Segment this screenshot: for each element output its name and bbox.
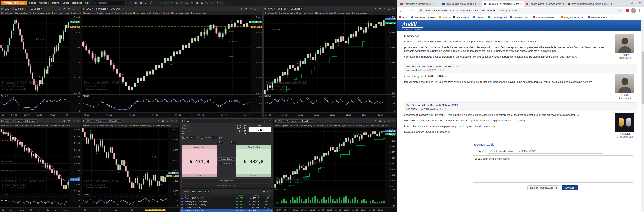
indicator-toggle[interactable]: Heikin-Ashi xyxy=(2,12,13,14)
address-bar[interactable]: andlil.com/forum/file-cac-40-du-mercredi… xyxy=(417,8,624,13)
menu-aide[interactable]: Aide xyxy=(84,1,91,5)
post-author-link[interactable]: niki44 xyxy=(410,69,417,71)
settings-icon[interactable]: ⚙ xyxy=(166,120,169,122)
indicator-toggle[interactable]: Heikin-Ashi xyxy=(2,124,13,127)
qty-input[interactable] xyxy=(248,127,271,132)
refresh-icon[interactable]: ↻ xyxy=(270,190,272,193)
bookmark-item[interactable]: Bienvenue | LinkedIn xyxy=(411,16,436,19)
bookmark-item[interactable]: LSA commerce et c... xyxy=(533,16,558,19)
info-icon[interactable]: ⓘ xyxy=(442,107,444,110)
list-icon[interactable]: ≡ xyxy=(128,1,133,5)
indicators-icon[interactable]: ƒ xyxy=(374,7,377,10)
screenshot-icon[interactable]: ▣ xyxy=(378,7,382,10)
browser-tab[interactable]: File scalping et day trading du lu✕ xyxy=(440,1,482,7)
stop-distance-input[interactable] xyxy=(189,136,195,139)
symbol-select[interactable]: CAC▾ xyxy=(85,119,94,123)
close-icon[interactable]: ✕ xyxy=(258,7,262,10)
browser-tab[interactable]: File cac 40 du Mercredi 02 Mars✕ xyxy=(482,1,524,7)
units-select[interactable]: 50 unités▾ xyxy=(108,119,122,123)
andlil-logo[interactable]: Andlil TRADER INSIDE xyxy=(402,21,423,30)
scrollbar[interactable] xyxy=(641,20,644,212)
symbol-select[interactable]: PXI▾ xyxy=(277,119,285,123)
close-icon[interactable]: ✕ xyxy=(76,7,80,10)
units-select[interactable]: 100 unités▾ xyxy=(110,7,125,10)
units-select[interactable]: 50 unités▾ xyxy=(300,119,313,123)
timeframe-select[interactable]: 5 minutes▾ xyxy=(95,7,109,10)
maximize-icon[interactable]: □ xyxy=(72,7,75,10)
indicator-toggle[interactable]: Points pivots (J) xyxy=(352,12,368,14)
column-header-var[interactable]: %Var xyxy=(232,194,243,196)
timeframe-select[interactable]: 1 heure▾ xyxy=(95,119,107,123)
bookmarks-overflow-icon[interactable]: » xyxy=(610,16,612,19)
indicator-toggle[interactable]: Points pivots (5) xyxy=(15,12,31,14)
price-chart[interactable]: France 40 (10€) (MAR-22)Indices - Europe… xyxy=(82,128,179,193)
tab-close-icon[interactable]: ✕ xyxy=(520,3,522,5)
search-box[interactable] xyxy=(93,1,126,5)
watchlist-row[interactable]: France 40 Cash (1€)+0,75%6 432,3+48,1 xyxy=(180,197,273,200)
editor-preview-button[interactable]: Éditeur complet & Aperçu xyxy=(528,185,560,190)
flag-icon[interactable]: ⚑ xyxy=(169,1,174,5)
close-icon[interactable]: ✕ xyxy=(174,120,178,122)
tab-close-icon[interactable]: ✕ xyxy=(562,3,564,5)
stop-level-stepper[interactable]: 0▴▾ xyxy=(217,141,223,144)
indicator-toggle[interactable]: Plus Haut (4h, Pré) xyxy=(314,124,332,127)
info-icon[interactable]: ⓘ xyxy=(440,69,442,71)
indicator-toggle[interactable]: Points pivots (4h) xyxy=(153,124,170,127)
settings-icon[interactable]: ⚙ xyxy=(266,190,268,193)
crosshair-icon[interactable]: ⊕ xyxy=(144,1,148,5)
settings-icon[interactable]: ⚙ xyxy=(67,120,71,122)
timeframe-select[interactable]: 1 minute▾ xyxy=(286,119,299,123)
bookmark-item[interactable]: Ricoh xyxy=(399,16,408,19)
screenshot-icon[interactable]: ▣ xyxy=(244,7,248,10)
post-author-link[interactable]: X@vi3r xyxy=(410,108,418,110)
browser-tab[interactable]: Plateforme de trading IG | CFD✕ xyxy=(398,1,440,7)
maximize-icon[interactable]: □ xyxy=(387,7,391,10)
maximize-icon[interactable]: □ xyxy=(628,0,636,6)
close-icon[interactable]: ✕ xyxy=(392,120,395,122)
indicator-toggle[interactable]: Plus Bas (5, Pré) xyxy=(115,12,132,14)
limit-level-stepper[interactable]: 0▴▾ xyxy=(230,141,236,144)
screenshot-icon[interactable]: ▣ xyxy=(62,120,66,122)
help-icon[interactable]: ? xyxy=(220,1,225,5)
menu-objets[interactable]: Objets xyxy=(61,1,70,5)
search-input[interactable] xyxy=(97,2,122,4)
extension-icon[interactable] xyxy=(626,9,629,12)
close-icon[interactable]: ✕ xyxy=(636,0,644,6)
indicator-toggle[interactable]: Heikin-Ashi xyxy=(265,12,277,14)
browser-tab[interactable]: Breaking International News & ...✕ xyxy=(566,1,608,7)
indicator-toggle[interactable]: Heikin-Ashi xyxy=(83,124,95,127)
indicator-toggle[interactable]: Plus Haut (5, Pré) xyxy=(133,12,151,14)
units-select[interactable]: 50 unités▾ xyxy=(290,7,303,10)
column-header-var[interactable]: Var xyxy=(259,194,272,196)
send-button[interactable]: Envoyer xyxy=(562,185,578,190)
indicators-icon[interactable]: ƒ xyxy=(156,120,160,122)
bookmark-item[interactable]: Siècle Digital xyxy=(453,16,470,19)
username-link[interactable]: X@vi3r xyxy=(622,133,630,135)
bookmark-item[interactable]: Business Crunch xyxy=(510,16,530,19)
timeframe-select[interactable]: 1 jour▾ xyxy=(13,119,24,123)
indicators-icon[interactable]: ƒ xyxy=(58,120,62,122)
indicator-toggle[interactable]: Plus Bas (J, Pré) xyxy=(353,124,369,127)
indicator-toggle[interactable]: Plus Haut (5, Pré) xyxy=(315,12,333,14)
limit-distance-input[interactable] xyxy=(212,136,218,139)
fibonacci-icon[interactable]: ≈ xyxy=(159,1,164,5)
horizontal-line-icon[interactable]: ─ xyxy=(154,1,158,5)
tab-close-icon[interactable]: ✕ xyxy=(479,3,480,5)
watchlist-row[interactable]: Wall Street Cash (1€)+0,39%33 640,4+129,… xyxy=(180,209,273,212)
buy-button[interactable]: Acheter 0,5 6 432,8 + S 10 xyxy=(236,145,271,177)
bookmark-item[interactable]: ooh-tv.fr xyxy=(439,16,450,19)
menu-fichier[interactable]: Fichier xyxy=(28,1,38,5)
indicator-toggle[interactable]: Points pivots (5) xyxy=(97,124,113,127)
alert-icon[interactable]: ⚠ xyxy=(174,1,179,5)
indicator-toggle[interactable]: Plus Haut (5, Pré) xyxy=(133,124,151,127)
username-link[interactable]: niki44 xyxy=(623,53,630,56)
bookmark-item[interactable]: L'Usine Digitale xyxy=(488,16,506,19)
new-tab-button[interactable]: + xyxy=(609,1,614,6)
settings-icon[interactable]: ⚙ xyxy=(383,120,386,122)
reload-icon[interactable]: ↻ xyxy=(411,9,416,12)
symbol-select[interactable]: CAC▾ xyxy=(85,7,94,10)
limit-checkbox[interactable] xyxy=(201,136,203,139)
indicator-toggle[interactable]: Plus Haut (J, Pré) xyxy=(171,12,189,14)
bookmark-star-icon[interactable]: ☆ xyxy=(619,9,622,12)
settings-icon[interactable]: ⚙ xyxy=(263,120,266,122)
